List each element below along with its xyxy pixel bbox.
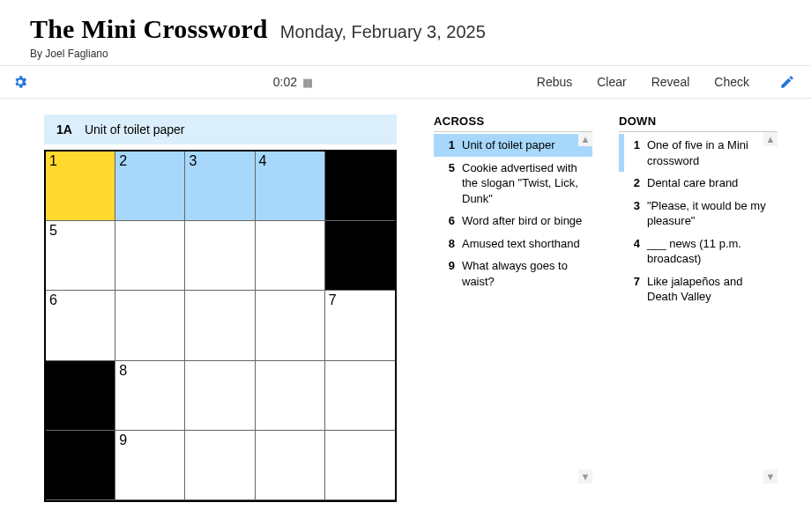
grid-cell[interactable] — [185, 361, 255, 431]
clue-item[interactable]: 8Amused text shorthand — [434, 233, 592, 255]
grid-cell — [325, 221, 395, 291]
clue-number: 6 — [443, 213, 455, 229]
clue-text: Dental care brand — [647, 175, 772, 191]
pause-icon[interactable]: ▮▮ — [302, 76, 311, 89]
grid-cell[interactable] — [325, 361, 395, 431]
reveal-button[interactable]: Reveal — [651, 75, 690, 89]
clue-item[interactable]: 6Word after bird or binge — [434, 210, 592, 233]
grid-cell[interactable]: 7 — [325, 291, 395, 360]
across-list: ▲ 1Unit of toilet paper5Cookie advertise… — [434, 131, 592, 484]
rebus-button[interactable]: Rebus — [537, 75, 572, 89]
cell-number: 4 — [259, 153, 267, 169]
scroll-up-icon[interactable]: ▲ — [763, 132, 778, 146]
grid-cell[interactable]: 1 — [46, 151, 115, 221]
grid-cell[interactable] — [256, 291, 325, 360]
cell-number: 2 — [119, 153, 127, 169]
clear-button[interactable]: Clear — [597, 75, 626, 89]
byline: By Joel Fagliano — [30, 48, 781, 60]
cell-number: 5 — [49, 223, 57, 239]
pencil-icon[interactable] — [779, 74, 795, 90]
cell-number: 9 — [119, 432, 127, 448]
grid-cell[interactable]: 3 — [185, 151, 255, 221]
clue-item[interactable]: 7Like jalapeños and Death Valley — [619, 270, 778, 308]
crossword-grid[interactable]: 123456789 — [44, 150, 397, 502]
current-clue-label: 1A — [56, 122, 72, 137]
across-column: ACROSS ▲ 1Unit of toilet paper5Cookie ad… — [434, 115, 592, 502]
clue-text: Like jalapeños and Death Valley — [647, 274, 772, 305]
grid-cell[interactable]: 6 — [46, 291, 115, 360]
cell-number: 7 — [329, 292, 337, 308]
cell-number: 8 — [119, 363, 127, 379]
scroll-down-icon[interactable]: ▼ — [763, 469, 778, 484]
timer: 0:02 — [273, 75, 297, 89]
scroll-down-icon[interactable]: ▼ — [578, 469, 592, 484]
grid-cell[interactable] — [256, 431, 325, 500]
clue-text: Amused text shorthand — [462, 236, 587, 252]
grid-cell[interactable]: 8 — [115, 361, 185, 431]
grid-cell[interactable]: 4 — [256, 151, 325, 221]
clue-text: Unit of toilet paper — [462, 137, 587, 153]
clue-item[interactable]: 1One of five in a Mini crossword — [619, 134, 778, 172]
clue-text: What always goes to waist? — [462, 258, 587, 289]
down-list: ▲ 1One of five in a Mini crossword2Denta… — [619, 131, 778, 484]
down-column: DOWN ▲ 1One of five in a Mini crossword2… — [619, 115, 778, 502]
clue-text: One of five in a Mini crossword — [647, 137, 772, 168]
clue-number: 8 — [443, 236, 455, 252]
grid-cell[interactable] — [256, 221, 325, 291]
clue-number: 3 — [628, 198, 640, 229]
grid-cell[interactable] — [185, 291, 255, 360]
grid-cell[interactable]: 2 — [115, 151, 185, 221]
clue-item[interactable]: 2Dental care brand — [619, 172, 778, 195]
clue-item[interactable]: 5Cookie advertised with the slogan "Twis… — [434, 157, 592, 211]
clue-number: 1 — [443, 137, 455, 153]
grid-cell[interactable] — [325, 431, 395, 500]
puzzle-date: Monday, February 3, 2025 — [280, 22, 486, 42]
current-clue-text: Unit of toilet paper — [85, 122, 185, 137]
grid-cell — [46, 431, 115, 500]
clue-item[interactable]: 4___ news (11 p.m. broadcast) — [619, 233, 778, 270]
grid-cell[interactable] — [185, 431, 255, 500]
toolbar: 0:02 ▮▮ Rebus Clear Reveal Check — [0, 65, 811, 99]
clue-text: Word after bird or binge — [462, 213, 587, 229]
across-heading: ACROSS — [434, 115, 592, 128]
scroll-up-icon[interactable]: ▲ — [578, 132, 592, 146]
down-heading: DOWN — [619, 115, 778, 128]
clue-number: 1 — [628, 137, 640, 168]
clue-number: 9 — [443, 258, 455, 289]
grid-cell — [325, 151, 395, 221]
clue-item[interactable]: 3"Please, it would be my pleasure" — [619, 195, 778, 233]
clue-number: 7 — [628, 274, 640, 305]
grid-cell — [46, 361, 115, 431]
grid-cell[interactable] — [256, 361, 325, 431]
grid-cell[interactable] — [185, 221, 255, 291]
clue-item[interactable]: 9What always goes to waist? — [434, 255, 592, 292]
check-button[interactable]: Check — [714, 75, 749, 89]
grid-cell[interactable]: 5 — [46, 221, 115, 291]
clue-number: 2 — [628, 175, 640, 191]
cell-number: 6 — [49, 292, 57, 308]
page-title: The Mini Crossword — [30, 14, 268, 44]
grid-cell[interactable] — [115, 291, 185, 360]
grid-cell[interactable] — [115, 221, 185, 291]
settings-icon[interactable] — [12, 74, 28, 90]
grid-cell[interactable]: 9 — [115, 431, 185, 500]
clue-item[interactable]: 1Unit of toilet paper — [434, 134, 592, 157]
clue-text: "Please, it would be my pleasure" — [647, 198, 772, 229]
clue-number: 5 — [443, 160, 455, 207]
clue-text: ___ news (11 p.m. broadcast) — [647, 236, 772, 267]
cell-number: 1 — [49, 153, 57, 169]
clue-number: 4 — [628, 236, 640, 267]
current-clue-bar: 1A Unit of toilet paper — [44, 115, 397, 144]
header: The Mini Crossword Monday, February 3, 2… — [0, 0, 811, 65]
clue-text: Cookie advertised with the slogan "Twist… — [462, 160, 587, 207]
cell-number: 3 — [189, 153, 197, 169]
